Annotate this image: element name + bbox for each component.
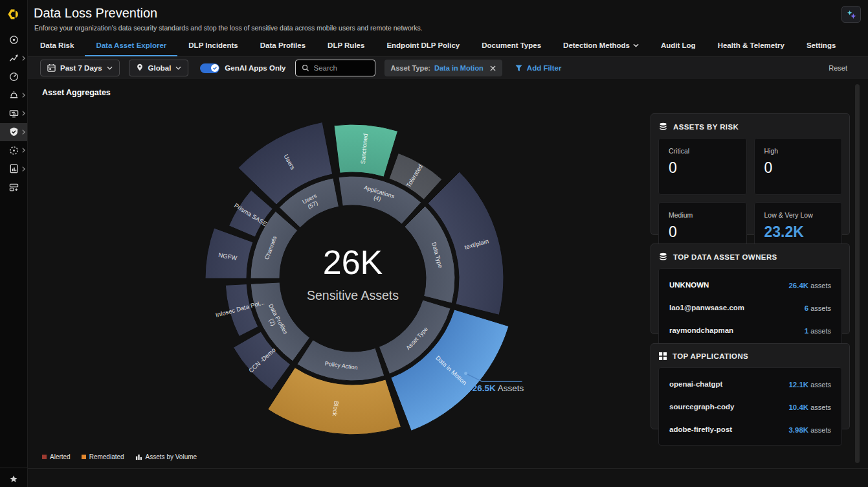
favorites-button[interactable]	[0, 475, 27, 484]
genai-apps-only-toggle[interactable]: GenAI Apps Only	[200, 63, 285, 73]
tab-dlp-incidents[interactable]: DLP Incidents	[177, 36, 249, 56]
risk-card-critical[interactable]: Critical0	[658, 138, 747, 195]
chevron-right-icon	[22, 129, 25, 135]
tab-settings[interactable]: Settings	[796, 36, 847, 56]
grid-icon	[659, 352, 667, 360]
vertical-scrollbar[interactable]	[855, 84, 860, 463]
sunburst-category-policy-action[interactable]	[297, 340, 384, 381]
target-icon	[9, 35, 19, 45]
alarm-icon	[9, 90, 19, 100]
search-box[interactable]	[295, 60, 375, 76]
sidebar-item-alarm[interactable]	[0, 86, 27, 105]
filter-chip-asset-type[interactable]: Asset Type: Data in Motion	[384, 60, 502, 76]
tab-label: Detection Methods	[563, 41, 630, 49]
toggle-label: GenAI Apps Only	[225, 64, 285, 72]
reset-button[interactable]: Reset	[829, 64, 847, 72]
panel-header: ASSETS BY RISK	[651, 114, 849, 138]
panel-header: TOP APPLICATIONS	[651, 344, 849, 367]
filter-bar: Past 7 Days Global GenAI Apps Only Asset…	[28, 57, 868, 79]
tab-data-profiles[interactable]: Data Profiles	[249, 36, 317, 56]
shield-check-icon	[9, 127, 19, 137]
chevron-right-icon	[22, 148, 25, 153]
panel-title: TOP DATA ASSET OWNERS	[673, 253, 777, 261]
toggle-pill[interactable]	[200, 63, 219, 73]
chevron-down-icon	[107, 66, 113, 70]
add-filter-button[interactable]: Add Filter	[515, 64, 562, 72]
tab-endpoint-dlp-policy[interactable]: Endpoint DLP Policy	[375, 36, 471, 56]
tab-label: Data Risk	[40, 41, 74, 49]
chevron-right-icon	[22, 111, 25, 117]
list-item-raymondchapman[interactable]: raymondchapman1 assets	[669, 319, 831, 341]
risk-card-high[interactable]: High0	[754, 138, 843, 195]
callout-dot	[464, 372, 467, 375]
close-icon[interactable]	[490, 65, 496, 71]
sidebar-item-target[interactable]	[0, 30, 27, 49]
database-icon	[659, 253, 667, 261]
tab-data-risk[interactable]: Data Risk	[29, 36, 85, 56]
database-icon	[659, 122, 667, 131]
panel-top-data-asset-owners: TOP DATA ASSET OWNERS UNKNOWN26.4K asset…	[651, 244, 850, 334]
ai-copilot-button[interactable]	[841, 6, 861, 23]
row-unit: assets	[808, 403, 831, 411]
page-subtitle: Enforce your organization's data securit…	[34, 24, 423, 32]
legend-swatch	[82, 455, 86, 459]
row-name: sourcegraph-cody	[669, 403, 734, 411]
sunburst-chart: Applications(4)Data TypeAsset TypePolicy…	[28, 81, 643, 468]
row-count: 12.1K	[788, 381, 808, 389]
tab-label: Data Asset Explorer	[96, 41, 166, 49]
row-unit: assets	[808, 304, 831, 312]
row-value: 1 assets	[805, 324, 831, 336]
chip-name: Asset Type:	[391, 64, 431, 72]
sidebar-item-workflow[interactable]	[0, 104, 27, 123]
tab-document-types[interactable]: Document Types	[471, 36, 552, 56]
chart-legend: AlertedRemediatedAssets by Volume	[42, 453, 197, 460]
tab-label: Audit Log	[661, 41, 696, 49]
tab-detection-methods[interactable]: Detection Methods	[552, 36, 650, 56]
sidebar-nav	[0, 30, 27, 197]
risk-card-label: Medium	[669, 211, 737, 219]
search-input[interactable]	[314, 64, 369, 72]
brand-logo-icon[interactable]	[0, 0, 27, 28]
time-range-dropdown[interactable]: Past 7 Days	[40, 60, 120, 76]
sidebar-item-shield-check[interactable]	[0, 123, 27, 142]
tab-label: Health & Telemetry	[718, 41, 785, 49]
sidebar-item-dashed-circle[interactable]	[0, 141, 27, 160]
setup-icon	[9, 183, 19, 192]
sidebar-item-dashboard[interactable]	[0, 67, 27, 86]
list-item-unknown[interactable]: UNKNOWN26.4K assets	[669, 273, 831, 296]
chevron-down-icon	[175, 66, 181, 70]
tab-audit-log[interactable]: Audit Log	[650, 36, 707, 56]
sidebar-item-setup[interactable]	[0, 178, 27, 197]
sidebar-item-activity[interactable]	[0, 49, 27, 68]
tab-label: Endpoint DLP Policy	[386, 41, 460, 49]
risk-card-value: 23.2K	[764, 223, 832, 241]
chip-value: Data in Motion	[434, 64, 484, 72]
toggle-knob	[211, 64, 219, 72]
tab-dlp-rules[interactable]: DLP Rules	[317, 36, 375, 56]
row-name: raymondchapman	[669, 326, 733, 334]
row-unit: assets	[808, 426, 831, 434]
tab-health-telemetry[interactable]: Health & Telemetry	[707, 36, 796, 56]
list-item-openai-chatgpt[interactable]: openai-chatgpt12.1K assets	[669, 372, 831, 395]
list-item-sourcegraph-cody[interactable]: sourcegraph-cody10.4K assets	[669, 395, 831, 418]
risk-card-value: 0	[764, 159, 832, 177]
sidebar	[0, 0, 28, 487]
legend-label: Alerted	[50, 453, 71, 460]
row-count: 3.98K	[788, 426, 808, 434]
tab-data-asset-explorer[interactable]: Data Asset Explorer	[85, 36, 177, 56]
row-name: adobe-firefly-post	[669, 425, 732, 433]
sunburst-center-label: Sensitive Assets	[307, 288, 399, 302]
owners-list: UNKNOWN26.4K assetslao1@panwsase.com6 as…	[658, 268, 842, 346]
risk-card-label: Low & Very Low	[764, 211, 832, 219]
panel-header: TOP DATA ASSET OWNERS	[651, 244, 849, 268]
calendar-icon	[47, 63, 56, 73]
row-count: 26.4K	[788, 282, 808, 289]
sidebar-item-report[interactable]	[0, 160, 27, 179]
scope-dropdown[interactable]: Global	[129, 60, 189, 76]
content-bottom-divider	[28, 468, 868, 469]
panel-assets-by-risk: ASSETS BY RISK Critical0High0Medium0Low …	[651, 113, 850, 235]
list-item-adobe-firefly-post[interactable]: adobe-firefly-post3.98K assets	[669, 418, 831, 440]
list-item-lao1-panwsase-com[interactable]: lao1@panwsase.com6 assets	[669, 296, 831, 319]
dashboard-icon	[9, 72, 19, 82]
workflow-icon	[9, 109, 19, 119]
